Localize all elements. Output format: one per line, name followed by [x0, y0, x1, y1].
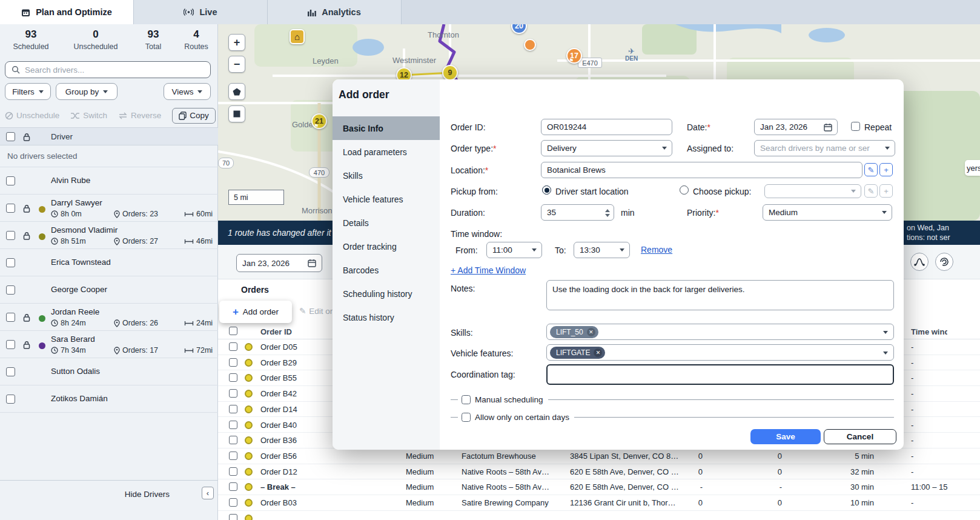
cancel-button[interactable]: Cancel — [824, 429, 896, 444]
route-tools-button[interactable] — [910, 253, 929, 271]
remove-tag-icon[interactable]: ✕ — [587, 328, 595, 336]
time-from-select[interactable]: 11:00 — [486, 242, 542, 258]
table-row[interactable]: Order B03 Medium Satire Brewing Company … — [218, 495, 980, 511]
assigned-to-input[interactable]: Search drivers by name or ser — [754, 140, 895, 156]
driver-row[interactable]: Sara Berard 7h 34m Orders: 17 72mi — [0, 331, 218, 358]
add-order-button[interactable]: + Add order — [219, 301, 292, 323]
select-all-checkbox[interactable] — [229, 327, 237, 335]
add-pickup-button[interactable]: + — [879, 184, 893, 198]
driver-checkbox[interactable] — [6, 204, 15, 213]
driver-checkbox[interactable] — [6, 285, 15, 295]
copy-button[interactable]: Copy — [172, 108, 216, 124]
driver-checkbox[interactable] — [6, 340, 15, 349]
table-row[interactable]: Order B56 Medium Factotum Brewhouse 3845… — [218, 448, 980, 464]
edit-order-button[interactable]: ✎ Edit ord — [299, 306, 337, 316]
map-marker[interactable]: 17⚑ — [566, 48, 582, 64]
nav-order-tracking[interactable]: Order tracking — [333, 235, 440, 258]
add-location-button[interactable]: + — [879, 163, 893, 176]
row-checkbox[interactable] — [229, 514, 237, 520]
edit-location-button[interactable]: ✎ — [864, 163, 878, 176]
tab-analytics[interactable]: Analytics — [268, 0, 402, 24]
driver-row[interactable]: Alvin Rube — [0, 167, 218, 195]
save-button[interactable]: Save — [750, 429, 821, 444]
driver-checkbox[interactable] — [6, 231, 15, 240]
map-marker[interactable]: 21⚑ — [311, 113, 327, 129]
driver-checkbox[interactable] — [6, 176, 15, 185]
nav-barcodes[interactable]: Barcodes — [333, 258, 440, 282]
date-input[interactable]: Jan 23, 2026 — [754, 119, 838, 135]
nav-skills[interactable]: Skills — [333, 164, 440, 187]
row-checkbox[interactable] — [229, 342, 237, 351]
driver-row[interactable]: Zotikos Damián — [0, 385, 218, 413]
row-checkbox[interactable] — [229, 498, 237, 507]
row-checkbox[interactable] — [229, 452, 237, 460]
tab-live[interactable]: Live — [134, 0, 268, 24]
tab-plan-and-optimize[interactable]: Plan and Optimize — [0, 0, 134, 24]
map-marker[interactable]: 9 — [442, 65, 458, 81]
lock-icon[interactable] — [23, 341, 30, 352]
lock-icon[interactable] — [23, 232, 30, 242]
notes-textarea[interactable]: Use the loading dock in the back for lar… — [546, 280, 894, 310]
row-checkbox[interactable] — [229, 482, 237, 491]
driver-checkbox[interactable] — [6, 395, 15, 404]
pickup-select[interactable] — [764, 184, 861, 198]
skills-tag-input[interactable]: LIFT_50 ✕ — [546, 324, 894, 340]
driver-row[interactable]: George Cooper — [0, 276, 218, 304]
add-time-window-link[interactable]: + Add Time Window — [451, 265, 526, 275]
driver-row[interactable]: Desmond Vladimir 8h 51m Orders: 27 46mi — [0, 222, 218, 249]
views-button[interactable]: Views — [164, 83, 211, 100]
remove-time-window-link[interactable]: Remove — [641, 245, 672, 255]
driver-checkbox[interactable] — [6, 313, 15, 322]
zoom-in-button[interactable]: + — [228, 34, 245, 51]
search-drivers-input[interactable]: Search drivers... — [5, 61, 211, 78]
zoom-out-button[interactable]: − — [228, 56, 245, 73]
row-checkbox[interactable] — [229, 467, 237, 476]
lock-icon[interactable] — [23, 204, 30, 215]
table-row[interactable]: Order D12 Medium Native Roots – 58th Av…… — [218, 464, 980, 480]
reverse-button[interactable]: Reverse — [118, 111, 161, 120]
choose-pickup-radio[interactable] — [680, 185, 689, 195]
vehicle-features-tag-input[interactable]: LIFTGATE ✕ — [546, 344, 894, 361]
row-checkbox[interactable] — [229, 358, 237, 367]
coordination-tag-input[interactable] — [546, 364, 894, 385]
select-all-drivers-checkbox[interactable] — [6, 132, 15, 141]
driver-row[interactable]: Jordan Reele 8h 24m Orders: 26 24mi — [0, 304, 218, 331]
table-row[interactable] — [218, 511, 980, 520]
number-stepper[interactable] — [605, 209, 610, 217]
map-marker[interactable] — [524, 39, 536, 51]
location-input[interactable]: Botanical Brews — [541, 162, 862, 178]
duration-input[interactable]: 35 — [541, 204, 614, 221]
group-by-button[interactable]: Group by — [56, 83, 118, 100]
unschedule-button[interactable]: Unschedule — [5, 111, 59, 120]
nav-vehicle-features[interactable]: Vehicle features — [333, 187, 440, 211]
edit-pickup-button[interactable]: ✎ — [864, 184, 878, 198]
row-checkbox[interactable] — [229, 389, 237, 398]
repeat-checkbox[interactable] — [851, 122, 860, 131]
nav-status-history[interactable]: Status history — [333, 305, 440, 329]
manual-scheduling-checkbox[interactable] — [462, 395, 471, 404]
driver-start-radio[interactable] — [542, 185, 551, 195]
nav-details[interactable]: Details — [333, 211, 440, 235]
optimize-button[interactable] — [935, 253, 953, 271]
nav-load-parameters[interactable]: Load parameters — [333, 140, 440, 164]
remove-tag-icon[interactable]: ✕ — [594, 348, 602, 357]
order-type-select[interactable]: Delivery — [541, 140, 672, 156]
rectangle-select-button[interactable] — [228, 105, 245, 122]
driver-row[interactable]: Erica Townstead — [0, 249, 218, 276]
driver-row[interactable]: Sutton Odalis — [0, 358, 218, 385]
order-id-input[interactable]: OR019244 — [541, 119, 672, 135]
time-to-select[interactable]: 13:30 — [574, 242, 630, 258]
depot-marker[interactable]: ⌂ — [290, 29, 305, 44]
priority-select[interactable]: Medium — [763, 204, 892, 221]
lock-icon[interactable] — [23, 313, 30, 324]
table-row-break[interactable]: – Break – Medium Native Roots – 58th Av…… — [218, 479, 980, 495]
driver-row[interactable]: Darryl Sawyer 8h 0m Orders: 23 60mi — [0, 195, 218, 222]
driver-checkbox[interactable] — [6, 258, 15, 267]
collapse-drivers-button[interactable]: ‹ — [202, 487, 214, 499]
row-checkbox[interactable] — [229, 436, 237, 444]
row-checkbox[interactable] — [229, 421, 237, 429]
driver-checkbox[interactable] — [6, 367, 15, 376]
allow-days-checkbox[interactable] — [462, 413, 471, 422]
row-checkbox[interactable] — [229, 373, 237, 382]
nav-scheduling-history[interactable]: Scheduling history — [333, 282, 440, 305]
